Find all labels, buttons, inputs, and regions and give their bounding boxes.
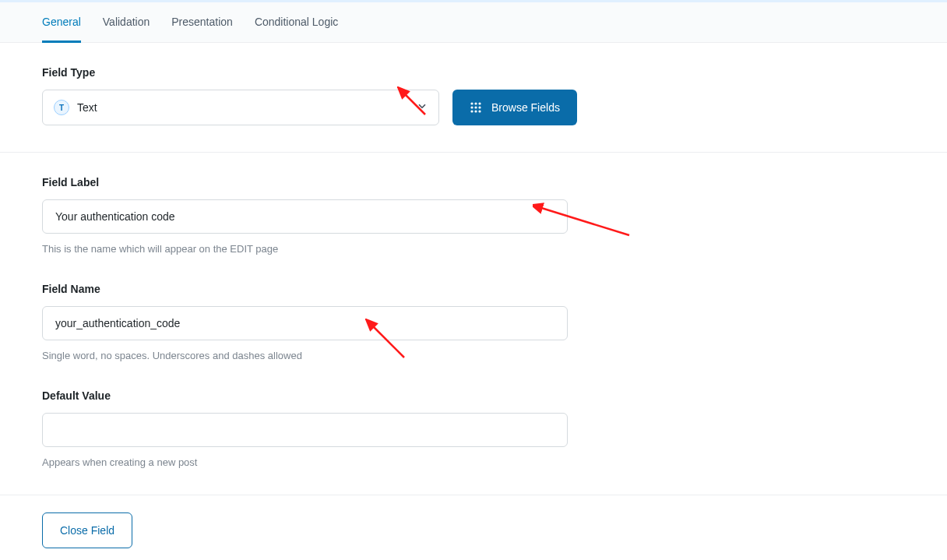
close-field-button[interactable]: Close Field	[42, 512, 132, 548]
close-field-label: Close Field	[60, 524, 114, 537]
type-icon: T	[54, 100, 69, 115]
tabbar: General Validation Presentation Conditio…	[0, 2, 947, 43]
tab-general-label: General	[42, 16, 81, 28]
default-value-label: Default Value	[42, 389, 905, 402]
type-icon-glyph: T	[59, 104, 64, 112]
field-label-input[interactable]	[42, 199, 568, 234]
tab-validation[interactable]: Validation	[103, 2, 150, 43]
tab-general[interactable]: General	[42, 2, 81, 43]
field-type-select[interactable]: T Text	[42, 90, 439, 125]
grid-icon	[470, 101, 482, 114]
footer: Close Field	[0, 495, 947, 560]
browse-fields-label: Browse Fields	[491, 101, 560, 114]
field-type-label: Field Type	[42, 66, 905, 79]
block-field-label: Field Label This is the name which will …	[42, 176, 905, 255]
section-field-type: Field Type T Text Browse Fields	[0, 43, 947, 152]
tab-presentation-label: Presentation	[171, 16, 233, 28]
tab-conditional-logic[interactable]: Conditional Logic	[255, 2, 338, 43]
svg-point-3	[470, 106, 473, 108]
block-field-name: Field Name Single word, no spaces. Under…	[42, 283, 905, 361]
chevron-down-icon	[417, 101, 428, 114]
browse-fields-button[interactable]: Browse Fields	[452, 90, 577, 125]
svg-point-5	[478, 106, 481, 108]
svg-point-2	[478, 102, 481, 104]
block-default-value: Default Value Appears when creating a ne…	[42, 389, 905, 468]
svg-point-1	[474, 102, 477, 104]
svg-point-6	[470, 110, 473, 112]
default-value-input[interactable]	[42, 413, 568, 447]
field-name-label: Field Name	[42, 283, 905, 295]
field-label-label: Field Label	[42, 176, 905, 188]
field-type-selected: Text	[77, 101, 97, 114]
svg-point-0	[470, 102, 473, 104]
tab-conditional-logic-label: Conditional Logic	[255, 16, 338, 28]
field-name-hint: Single word, no spaces. Underscores and …	[42, 350, 905, 361]
tab-validation-label: Validation	[103, 16, 150, 28]
svg-point-8	[478, 110, 481, 112]
svg-point-7	[474, 110, 477, 112]
section-fields: Field Label This is the name which will …	[0, 153, 947, 495]
field-label-hint: This is the name which will appear on th…	[42, 243, 905, 255]
tab-presentation[interactable]: Presentation	[171, 2, 233, 43]
default-value-hint: Appears when creating a new post	[42, 456, 905, 468]
svg-point-4	[474, 106, 477, 108]
field-name-input[interactable]	[42, 306, 568, 340]
